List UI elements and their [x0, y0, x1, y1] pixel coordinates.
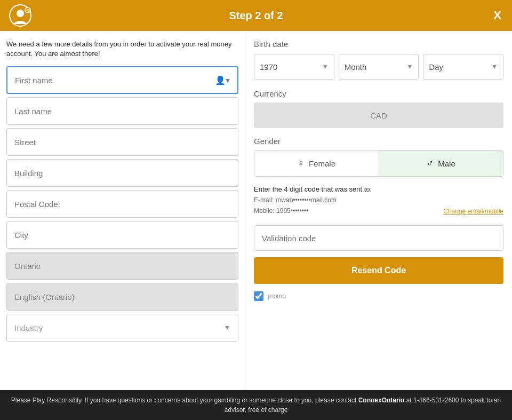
promo-checkbox[interactable] [254, 291, 263, 301]
city-field[interactable] [6, 221, 238, 249]
footer-text: Please Play Responsibly. If you have que… [11, 397, 358, 404]
birth-month-select-wrapper[interactable]: Month ▼ [339, 54, 419, 80]
postal-code-input[interactable] [14, 200, 230, 209]
currency-value: CAD [254, 102, 503, 128]
currency-label: Currency [254, 89, 503, 98]
promo-text: promo [268, 292, 286, 300]
street-field[interactable] [6, 128, 238, 156]
birth-year-select[interactable]: 1970 [260, 62, 322, 72]
building-input[interactable] [14, 169, 230, 178]
first-name-field[interactable]: 👤▾ [6, 66, 238, 94]
birth-day-select-wrapper[interactable]: Day ▼ [423, 54, 503, 80]
email-detail: E-mail: rowan••••••••mail.com [254, 196, 337, 204]
footer-contact-phone: at 1-866-531-2600 [404, 397, 459, 404]
gender-male-label: Male [438, 159, 455, 168]
resend-code-button[interactable]: Resend Code [254, 257, 503, 284]
street-input[interactable] [14, 138, 230, 147]
month-chevron-icon: ▼ [406, 63, 413, 70]
validation-code-input[interactable] [254, 225, 503, 251]
verification-section: Enter the 4 digit code that was sent to:… [254, 185, 503, 218]
province-field: Ontario [6, 252, 238, 280]
industry-chevron-icon: ▼ [224, 324, 230, 331]
email-label: E-mail: [254, 196, 274, 204]
birth-date-label: Birth date [254, 39, 503, 49]
change-email-link[interactable]: Change email/mobile [443, 208, 503, 215]
industry-field[interactable]: Industry ▼ [6, 314, 238, 342]
left-panel: We need a few more details from you in o… [0, 31, 245, 390]
male-icon: ♂ [427, 158, 434, 169]
birth-month-select[interactable]: Month [345, 62, 407, 72]
language-value: English (Ontario) [14, 292, 75, 302]
city-input[interactable] [14, 231, 230, 240]
svg-text:♡: ♡ [27, 9, 30, 12]
intro-text: We need a few more details from you in o… [6, 39, 238, 59]
birth-date-row: 1970 ▼ Month ▼ Day ▼ [254, 54, 503, 80]
last-name-field[interactable] [6, 97, 238, 125]
female-icon: ♀ [297, 158, 305, 169]
language-field: English (Ontario) [6, 283, 238, 311]
logo: ♡ [9, 4, 32, 27]
footer: Please Play Responsibly. If you have que… [0, 390, 512, 420]
email-value: rowan••••••••mail.com [276, 196, 337, 204]
gender-section: Gender ♀ Female ♂ Male [254, 137, 503, 185]
footer-contact-name: ConnexOntario [358, 397, 405, 404]
province-value: Ontario [14, 261, 41, 271]
industry-select[interactable]: Industry [14, 323, 224, 332]
day-chevron-icon: ▼ [491, 63, 498, 70]
gender-row: ♀ Female ♂ Male [254, 150, 503, 177]
mobile-label: Mobile: [254, 207, 275, 215]
first-name-input[interactable] [15, 76, 212, 85]
gender-female-label: Female [309, 159, 335, 168]
currency-section: Currency CAD [254, 89, 503, 137]
birth-date-section: Birth date 1970 ▼ Month ▼ Day [254, 39, 503, 89]
postal-code-field[interactable] [6, 190, 238, 218]
building-field[interactable] [6, 159, 238, 187]
header-title: Step 2 of 2 [229, 10, 283, 22]
close-button[interactable]: X [493, 9, 501, 22]
person-icon: 👤▾ [215, 75, 230, 85]
main-content: We need a few more details from you in o… [0, 31, 512, 390]
mobile-row: Mobile: 1905•••••••• Change email/mobile [254, 207, 503, 216]
year-chevron-icon: ▼ [322, 63, 329, 70]
right-panel: Birth date 1970 ▼ Month ▼ Day [245, 31, 512, 390]
mobile-detail: Mobile: 1905•••••••• [254, 207, 308, 215]
verification-title: Enter the 4 digit code that was sent to: [254, 185, 503, 193]
email-row: E-mail: rowan••••••••mail.com [254, 196, 503, 205]
svg-point-1 [17, 10, 24, 17]
birth-year-select-wrapper[interactable]: 1970 ▼ [254, 54, 334, 80]
mobile-value: 1905•••••••• [276, 207, 308, 215]
header: ♡ Step 2 of 2 X [0, 0, 512, 31]
gender-label: Gender [254, 137, 503, 146]
gender-female-option[interactable]: ♀ Female [254, 150, 379, 176]
last-name-input[interactable] [14, 107, 230, 116]
birth-day-select[interactable]: Day [429, 62, 491, 72]
gender-male-option[interactable]: ♂ Male [379, 150, 503, 176]
promo-checkbox-row: promo [254, 291, 503, 301]
